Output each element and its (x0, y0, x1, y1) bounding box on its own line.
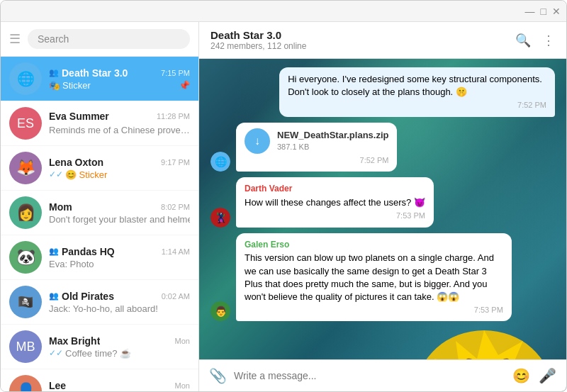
avatar: MB (9, 330, 42, 363)
download-icon: ↓ (245, 128, 270, 154)
file-size: 387.1 KB (277, 142, 388, 152)
minimize-button[interactable]: — (525, 6, 535, 17)
messages-area: Hi everyone. I've redesigned some key st… (199, 59, 566, 359)
microphone-icon[interactable]: 🎤 (539, 367, 556, 384)
chat-preview: Reminds me of a Chinese prove… 2 (49, 123, 190, 136)
avatar: 🏴‍☠️ (9, 286, 42, 318)
avatar: 🌐 (9, 62, 42, 95)
sidebar: ☰ Search 🌐 👥 Death Star 3.0 7:15 PM 🎭 (1, 22, 199, 391)
chat-time: 9:17 PM (161, 158, 190, 167)
message-sender: Galen Erso (245, 239, 503, 251)
window-controls: — □ ✕ (525, 6, 561, 17)
chat-preview: Don't forget your blaster and helmet (49, 214, 190, 225)
chat-item-lee[interactable]: 👤 Lee Mon We can call it Galaxy Star 7 ;… (1, 369, 198, 391)
chat-name: 👥 Death Star 3.0 (49, 67, 128, 79)
avatar: 👤 (9, 375, 42, 391)
chat-info: Eva Summer 11:28 PM Reminds me of a Chin… (49, 111, 190, 136)
file-info: NEW_DeathStar.plans.zip 387.1 KB (277, 129, 388, 153)
avatar: ES (9, 107, 42, 140)
chat-name: 👥 Pandas HQ (49, 246, 115, 257)
file-message: ↓ NEW_DeathStar.plans.zip 387.1 KB (245, 128, 388, 154)
sticker-image (413, 327, 555, 359)
group-icon: 👥 (49, 291, 59, 301)
chat-preview: ✓✓ 😊 Sticker (49, 169, 190, 180)
avatar: 🦊 (9, 152, 42, 184)
hamburger-icon[interactable]: ☰ (9, 31, 21, 47)
emoji-icon[interactable]: 😊 (512, 367, 530, 384)
chat-name: 👥 Old Pirates (49, 291, 114, 302)
chat-time: 8:02 PM (161, 203, 190, 211)
chat-item-max-bright[interactable]: MB Max Bright Mon ✓✓ Coffee time? ☕ (1, 325, 198, 369)
chat-info: Mom 8:02 PM Don't forget your blaster an… (49, 201, 190, 225)
chat-header-info: Death Star 3.0 242 members, 112 online (210, 29, 515, 51)
more-options-icon[interactable]: ⋮ (542, 33, 555, 48)
double-tick-icon: ✓✓ (49, 169, 63, 179)
message-row-darth: 🦹 Darth Vader How will these changes aff… (210, 177, 555, 227)
chat-name: Eva Summer (49, 111, 109, 122)
chat-time: 7:15 PM (161, 69, 190, 77)
message-row: 🌐 ↓ NEW_DeathStar.plans.zip 387.1 KB 7:5… (210, 123, 555, 172)
message-text: Hi everyone. I've redesigned some key st… (288, 73, 546, 99)
attach-icon[interactable]: 📎 (209, 367, 227, 384)
sender-avatar: 🌐 (210, 152, 230, 172)
message-input[interactable] (234, 370, 505, 381)
sticker-message (413, 327, 555, 359)
close-button[interactable]: ✕ (552, 6, 561, 17)
chat-time: Mon (175, 381, 190, 390)
chat-item-lena-oxton[interactable]: 🦊 Lena Oxton 9:17 PM ✓✓ 😊 Sticker (1, 146, 198, 191)
chat-list: 🌐 👥 Death Star 3.0 7:15 PM 🎭 Sticker 📌 (1, 57, 198, 391)
chat-preview: Eva: Photo (49, 259, 190, 269)
message-time: 7:52 PM (288, 100, 546, 111)
message-row-galen: 👨 Galen Erso This version can blow up tw… (210, 233, 555, 322)
input-area: 📎 😊 🎤 (199, 359, 566, 391)
avatar: 👩 (9, 196, 42, 229)
chat-info: 👥 Pandas HQ 1:14 AM Eva: Photo (49, 246, 190, 269)
pin-icon: 📌 (179, 80, 190, 91)
message-bubble-darth: Darth Vader How will these changes affec… (236, 177, 434, 227)
chat-preview: Jack: Yo-ho-ho, all aboard! (49, 303, 190, 314)
search-input[interactable]: Search (28, 29, 190, 49)
double-tick-icon: ✓✓ (49, 348, 63, 358)
preview-icon: 🎭 (49, 80, 60, 91)
chat-header-icons: 🔍 ⋮ (515, 33, 555, 48)
chat-info: 👥 Old Pirates 0:02 AM Jack: Yo-ho-ho, al… (49, 291, 190, 314)
chat-preview: 🎭 Sticker 📌 (49, 80, 190, 91)
message-bubble-galen: Galen Erso This version can blow up two … (236, 233, 512, 322)
group-icon: 👥 (49, 68, 59, 77)
message-time: 7:52 PM (245, 155, 388, 166)
sender-avatar: 👨 (210, 301, 230, 321)
chat-time: Mon (175, 337, 190, 345)
chat-header-name: Death Star 3.0 (210, 29, 515, 41)
message-time: 7:53 PM (245, 211, 425, 221)
maximize-button[interactable]: □ (541, 6, 546, 17)
chat-item-pandas-hq[interactable]: 🐼 👥 Pandas HQ 1:14 AM Eva: Photo (1, 235, 198, 280)
chat-info: Max Bright Mon ✓✓ Coffee time? ☕ (49, 335, 190, 359)
avatar: 🐼 (9, 241, 42, 274)
message-text: This version can blow up two planets on … (245, 252, 503, 303)
message-bubble-file: ↓ NEW_DeathStar.plans.zip 387.1 KB 7:52 … (236, 123, 397, 172)
chat-info: Lena Oxton 9:17 PM ✓✓ 😊 Sticker (49, 157, 190, 180)
sidebar-header: ☰ Search (1, 22, 198, 57)
chat-preview: ✓✓ Coffee time? ☕ (49, 348, 190, 359)
chat-header: Death Star 3.0 242 members, 112 online 🔍… (199, 22, 566, 59)
chat-name: Max Bright (49, 335, 100, 347)
file-name: NEW_DeathStar.plans.zip (277, 129, 388, 142)
chat-time: 1:14 AM (162, 247, 190, 256)
sender-avatar: 🦹 (210, 208, 230, 228)
chat-info: Lee Mon We can call it Galaxy Star 7 ;) (49, 380, 190, 392)
search-chat-icon[interactable]: 🔍 (515, 33, 531, 48)
chat-item-death-star[interactable]: 🌐 👥 Death Star 3.0 7:15 PM 🎭 Sticker 📌 (1, 57, 198, 101)
chat-item-eva-summer[interactable]: ES Eva Summer 11:28 PM Reminds me of a C… (1, 101, 198, 146)
message-bubble-outgoing: Hi everyone. I've redesigned some key st… (279, 67, 555, 117)
title-bar: — □ ✕ (1, 1, 566, 22)
chat-item-mom[interactable]: 👩 Mom 8:02 PM Don't forget your blaster … (1, 191, 198, 235)
group-icon: 👥 (49, 247, 59, 256)
chat-area: Death Star 3.0 242 members, 112 online 🔍… (199, 22, 566, 391)
chat-item-old-pirates[interactable]: 🏴‍☠️ 👥 Old Pirates 0:02 AM Jack: Yo-ho-h… (1, 280, 198, 325)
chat-name: Mom (49, 201, 72, 213)
chat-header-status: 242 members, 112 online (210, 41, 515, 51)
message-time: 7:53 PM (245, 305, 503, 315)
chat-info: 👥 Death Star 3.0 7:15 PM 🎭 Sticker 📌 (49, 67, 190, 91)
message-text: How will these changes affect the users?… (245, 196, 425, 209)
chat-time: 0:02 AM (162, 292, 190, 301)
